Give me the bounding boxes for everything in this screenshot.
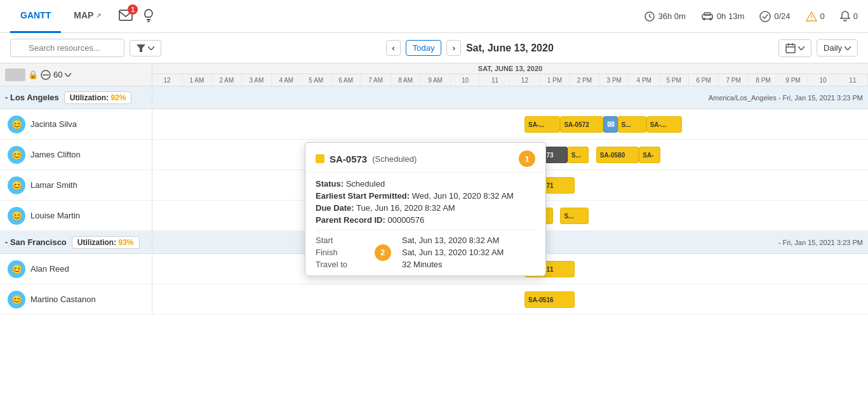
task-sa-0572[interactable]: SA-0572: [560, 116, 603, 133]
tooltip-field-status: Status: Scheduled: [316, 179, 535, 189]
hour-cell: 11: [838, 74, 868, 86]
hour-cell: 2 AM: [212, 74, 242, 86]
task-envelope[interactable]: ✉: [603, 116, 618, 133]
hour-cell: 6 AM: [331, 74, 361, 86]
hour-cell: 12: [152, 74, 182, 86]
search-wrap: 👤: [10, 39, 124, 57]
hour-cell: 6 PM: [689, 74, 719, 86]
resource-row-jacinta: 😊 Jacinta Silva SA-... SA-0572 ✉ S... SA…: [0, 109, 868, 140]
tooltip-field-parent-label: Parent Record ID:: [316, 215, 385, 225]
utilization-pct: 92%: [110, 93, 126, 102]
tab-gantt[interactable]: GANTT: [10, 0, 61, 33]
group-los-angeles-tz: America/Los_Angeles - Fri, Jan 15, 2021 …: [152, 94, 868, 102]
warning-stat-value: 0: [820, 11, 825, 21]
utilization-sf-label: Utilization:: [77, 238, 119, 247]
nav-icons: 1: [119, 8, 154, 24]
hour-cell: 5 AM: [302, 74, 331, 86]
resource-row-martino: 😊 Martino Castanon SA-0516: [0, 284, 868, 315]
tab-map[interactable]: MAP ↗: [63, 0, 111, 33]
tooltip-header: SA-0573 (Scheduled) 1: [305, 143, 545, 173]
mail-icon-wrap[interactable]: 1: [119, 10, 133, 23]
tooltip-field-earliest-value: Wed, Jun 10, 2020 8:32 AM: [412, 191, 514, 201]
task-sa-row1-3[interactable]: SA-: [639, 147, 660, 163]
tooltip-divider: [316, 230, 535, 230]
resource-left-alan: 😊 Alan Reed: [0, 254, 152, 284]
tooltip-yellow-square: [316, 154, 324, 163]
current-date-label: Sat, June 13, 2020: [466, 43, 554, 54]
clock-icon: [644, 11, 655, 22]
filter-button[interactable]: [130, 40, 161, 56]
hour-cell: 10: [808, 74, 838, 86]
drive-stat: 0h 13m: [701, 11, 744, 21]
start-value: Sat, Jun 13, 2020 8:32 AM: [402, 236, 535, 245]
lightbulb-icon-wrap[interactable]: [143, 8, 154, 24]
resource-gantt-martino[interactable]: SA-0516: [152, 284, 868, 314]
avatar-martino: 😊: [8, 291, 25, 309]
calendar-icon: [785, 43, 796, 53]
tooltip-popup: SA-0573 (Scheduled) 1 Status: Scheduled …: [305, 142, 546, 276]
toggle-icon[interactable]: [5, 69, 25, 81]
svg-point-8: [760, 11, 770, 22]
tooltip-field-status-value: Scheduled: [346, 179, 385, 189]
external-link-icon: ↗: [96, 12, 101, 19]
search-input[interactable]: [10, 39, 124, 57]
calendar-chevron-icon: [798, 46, 805, 50]
group-los-angeles: - Los Angeles Utilization: 92% America/L…: [0, 86, 868, 109]
task-sa-0516[interactable]: SA-0516: [524, 291, 575, 308]
utilization-label: Utilization:: [70, 93, 111, 102]
task-sa-row0-0[interactable]: SA-...: [524, 116, 560, 133]
svg-marker-12: [137, 44, 145, 52]
time-stat: 36h 0m: [644, 11, 685, 22]
view-chevron-icon: [845, 46, 851, 50]
task-s-row1-1[interactable]: S...: [568, 147, 589, 163]
svg-rect-2: [147, 21, 150, 22]
calendar-view-button[interactable]: [778, 39, 811, 57]
group-los-angeles-label: - Los Angeles Utilization: 92%: [0, 91, 152, 104]
tooltip-field-parent-value: 00000576: [387, 215, 424, 225]
hour-cell: 3 AM: [242, 74, 272, 86]
travel-label: Travel to: [316, 260, 363, 269]
resource-left-lamar: 😊 Lamar Smith: [0, 170, 152, 200]
toolbar: 👤 ‹ Today › Sat, June 13, 2020 Daily: [0, 33, 868, 63]
hour-cell: 11: [480, 74, 510, 86]
check-stat: 0/24: [759, 11, 790, 22]
svg-rect-1: [147, 19, 150, 20]
next-date-button[interactable]: ›: [446, 40, 460, 56]
group-name: - Los Angeles: [5, 93, 59, 102]
hour-cell: 8 PM: [749, 74, 778, 86]
hour-cell: 4 AM: [272, 74, 302, 86]
hour-cell: 12: [510, 74, 540, 86]
date-nav: ‹ Today › Sat, June 13, 2020: [386, 40, 553, 56]
svg-rect-5: [704, 13, 711, 15]
prev-date-button[interactable]: ‹: [386, 40, 400, 56]
daily-view-button[interactable]: Daily: [817, 39, 858, 56]
hour-cell: 9 PM: [778, 74, 808, 86]
tooltip-field-due: Due Date: Tue, Jun 16, 2020 8:32 AM: [316, 203, 535, 213]
resource-left-james: 😊 James Clifton: [0, 140, 152, 169]
task-sa-row0-4[interactable]: SA-...: [646, 116, 682, 133]
tab-map-label: MAP: [74, 10, 93, 20]
resource-name-alan: Alan Reed: [30, 264, 69, 274]
start-label: Start: [316, 236, 363, 245]
task-sa-0580[interactable]: SA-0580: [596, 147, 639, 163]
gantt-time-header: SAT, JUNE 13, 2020 121 AM2 AM3 AM4 AM5 A…: [152, 63, 868, 86]
hour-cell: 1 AM: [182, 74, 212, 86]
avatar-jacinta: 😊: [8, 116, 25, 133]
mail-badge: 1: [128, 4, 138, 15]
task-s-row0-3[interactable]: S...: [618, 116, 646, 133]
gantt-header: 🔒 60 SAT, JUNE 13, 2020 121 AM2 AM3 AM4 …: [0, 63, 868, 86]
nav-right: 36h 0m 0h 13m 0/24 0 0: [644, 11, 858, 22]
check-stat-value: 0/24: [774, 11, 790, 21]
hour-cell: 3 PM: [599, 74, 629, 86]
today-button[interactable]: Today: [406, 40, 442, 56]
resource-name-james: James Clifton: [30, 150, 81, 159]
tooltip-field-due-value: Tue, Jun 16, 2020 8:32 AM: [356, 203, 455, 213]
tab-gantt-label: GANTT: [20, 10, 51, 20]
tooltip-field-earliest: Earliest Start Permitted: Wed, Jun 10, 2…: [316, 191, 535, 201]
resource-left-louise: 😊 Louise Martin: [0, 201, 152, 230]
finish-label: Finish: [316, 248, 363, 257]
task-s-row3-1[interactable]: S...: [560, 208, 589, 224]
avatar-james: 😊: [8, 146, 25, 164]
resource-gantt-jacinta[interactable]: SA-... SA-0572 ✉ S... SA-...: [152, 109, 868, 139]
hour-cell: 7 PM: [719, 74, 749, 86]
